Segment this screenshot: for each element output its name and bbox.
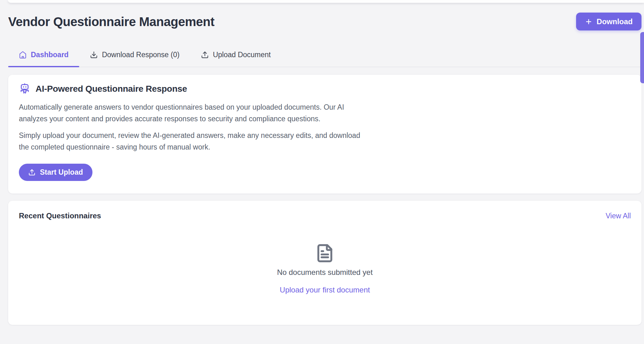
empty-state-text: No documents submitted yet — [277, 268, 373, 277]
download-icon — [90, 51, 98, 59]
download-button-label: Download — [597, 17, 633, 26]
main-content: Vendor Questionnaire Management Download… — [0, 0, 644, 344]
empty-state: No documents submitted yet Upload your f… — [19, 243, 631, 294]
tab-download-response-label: Download Response (0) — [102, 51, 180, 59]
ai-card-header: AI-Powered Questionnaire Response — [19, 83, 631, 95]
upload-icon — [201, 51, 209, 59]
tab-dashboard[interactable]: Dashboard — [8, 43, 79, 67]
home-icon — [19, 51, 27, 59]
start-upload-button-label: Start Upload — [40, 168, 83, 177]
scrollbar-thumb[interactable] — [640, 32, 644, 83]
ai-card-paragraph-1: Automatically generate answers to vendor… — [19, 101, 631, 125]
ai-card-paragraph-2: Simply upload your document, review the … — [19, 130, 631, 153]
ai-card-title: AI-Powered Questionnaire Response — [36, 84, 187, 94]
robot-icon — [19, 83, 31, 95]
start-upload-button[interactable]: Start Upload — [19, 164, 92, 181]
plus-icon — [585, 18, 592, 25]
recent-card-header: Recent Questionnaires View All — [19, 211, 631, 220]
tab-dashboard-label: Dashboard — [31, 51, 69, 59]
upload-icon — [28, 169, 36, 176]
tab-download-response[interactable]: Download Response (0) — [79, 43, 190, 67]
page-header: Vendor Questionnaire Management Download — [8, 0, 641, 30]
tab-upload-document[interactable]: Upload Document — [190, 43, 281, 67]
recent-questionnaires-card: Recent Questionnaires View All No docume… — [8, 201, 641, 325]
tab-upload-document-label: Upload Document — [213, 51, 271, 59]
upload-first-document-link[interactable]: Upload your first document — [280, 286, 370, 294]
view-all-link[interactable]: View All — [606, 212, 631, 220]
file-text-icon — [315, 243, 335, 263]
download-button[interactable]: Download — [576, 13, 641, 30]
recent-card-title: Recent Questionnaires — [19, 211, 101, 220]
page-title: Vendor Questionnaire Management — [8, 14, 214, 29]
app-viewport: Vendor Questionnaire Management Download… — [0, 0, 644, 344]
tab-bar: Dashboard Download Response (0) Upload D… — [8, 43, 641, 67]
ai-questionnaire-card: AI-Powered Questionnaire Response Automa… — [8, 75, 641, 194]
